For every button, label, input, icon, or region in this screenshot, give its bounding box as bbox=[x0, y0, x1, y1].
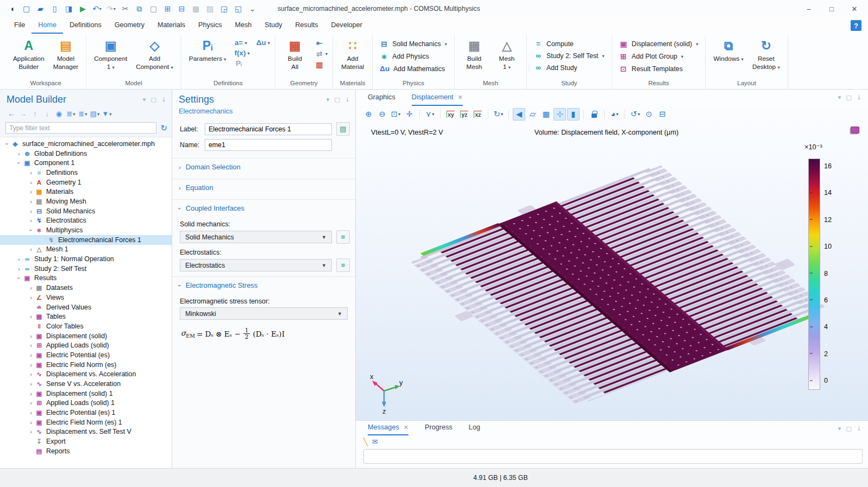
tree-item-export[interactable]: ↧Export bbox=[0, 437, 172, 446]
clear-messages-icon[interactable]: ╲ bbox=[363, 438, 368, 446]
chevron-right-icon[interactable]: › bbox=[27, 208, 35, 214]
chevron-right-icon[interactable]: › bbox=[27, 342, 35, 349]
minimize-button[interactable]: – bbox=[797, 1, 820, 17]
rename-button[interactable]: ▤ bbox=[336, 122, 350, 136]
tree-item-electric-potential-es[interactable]: ›▣Electric Potential (es) bbox=[0, 350, 172, 360]
import-geometry-button[interactable]: ⇤ bbox=[315, 39, 328, 47]
tree-item-displacement-vs-acceleration[interactable]: ›∿Displacement vs. Acceleration bbox=[0, 370, 172, 380]
update-geometry-button[interactable]: ⇄▾ bbox=[315, 49, 328, 58]
collapse-panel-icon[interactable]: ▾ bbox=[838, 425, 841, 432]
menu-study[interactable]: Study bbox=[258, 17, 288, 34]
deselect-box-icon[interactable]: ▨ bbox=[203, 2, 217, 15]
filter-icon[interactable]: ▼▾ bbox=[101, 108, 112, 119]
chevron-right-icon[interactable]: › bbox=[27, 428, 35, 435]
section-equation[interactable]: › Equation bbox=[172, 179, 355, 196]
add-study-button[interactable]: ∞Add Study bbox=[532, 63, 607, 72]
tree-item-definitions[interactable]: ›≡Definitions bbox=[0, 168, 172, 178]
chevron-right-icon[interactable]: › bbox=[27, 400, 35, 406]
label-field[interactable] bbox=[205, 123, 332, 135]
tree-filter-input[interactable] bbox=[5, 122, 156, 134]
detach-panel-icon[interactable]: ▢ bbox=[846, 94, 851, 101]
section-electromagnetic-stress[interactable]: › Electromagnetic Stress bbox=[172, 276, 355, 294]
chevron-right-icon[interactable]: › bbox=[27, 409, 35, 416]
help-button[interactable]: ? bbox=[851, 20, 861, 31]
menu-mesh[interactable]: Mesh bbox=[228, 17, 258, 34]
model-manager-button[interactable]: ▤ModelManager bbox=[49, 36, 83, 72]
menu-file[interactable]: File bbox=[8, 17, 32, 34]
tree-item-sense-v-vs-acceleration[interactable]: ›∿Sense V vs. Acceleration bbox=[0, 379, 172, 389]
view-yz-icon[interactable]: yz bbox=[458, 108, 470, 121]
tree-item-solid-mechanics[interactable]: ›⊟Solid Mechanics bbox=[0, 206, 172, 216]
section-domain-selection[interactable]: › Domain Selection bbox=[172, 158, 355, 175]
undo-icon[interactable]: ↶▾ bbox=[90, 2, 104, 15]
application-builder-button[interactable]: AApplicationBuilder bbox=[9, 36, 48, 72]
move-up-icon[interactable]: ↑ bbox=[29, 108, 41, 119]
chevron-right-icon[interactable]: › bbox=[27, 284, 35, 291]
rotate-view-icon[interactable]: ↻▾ bbox=[492, 108, 505, 121]
chevron-right-icon[interactable]: › bbox=[27, 313, 35, 320]
chevron-down-icon[interactable]: › bbox=[4, 140, 10, 148]
chevron-right-icon[interactable]: › bbox=[27, 390, 35, 397]
cut-icon[interactable]: ✂ bbox=[118, 2, 132, 15]
menu-home[interactable]: Home bbox=[32, 17, 63, 34]
tree-item-root[interactable]: ›◈surface_micromachined_accelerometer.mp… bbox=[0, 139, 172, 149]
expand-all-icon[interactable]: ≣▾ bbox=[65, 108, 77, 119]
tree-item-results[interactable]: ›▣Results bbox=[0, 274, 172, 283]
tree-item-study-2[interactable]: ›∞Study 2: Self Test bbox=[0, 264, 172, 274]
tree-item-study-1[interactable]: ›∞Study 1: Normal Operation bbox=[0, 254, 172, 264]
tree-item-global-definitions[interactable]: ›⊕Global Definitions bbox=[0, 149, 172, 159]
collapse-all-icon[interactable]: ≣▾ bbox=[77, 108, 89, 119]
show-hide-icon[interactable]: ◉ bbox=[53, 108, 65, 119]
collapse-panel-icon[interactable]: ▾ bbox=[143, 96, 146, 103]
move-down-icon[interactable]: ↓ bbox=[41, 108, 53, 119]
chevron-right-icon[interactable]: › bbox=[27, 362, 35, 368]
name-field[interactable] bbox=[205, 139, 332, 151]
add-electrostatics-interface-button[interactable]: ≡ bbox=[336, 258, 350, 272]
axis-orientation-icon[interactable]: ⊹ bbox=[553, 108, 566, 121]
build-mesh-button[interactable]: ▦BuildMesh bbox=[458, 36, 490, 72]
tree-item-displacement-solid[interactable]: ›▣Displacement (solid) bbox=[0, 331, 172, 341]
color-palette-icon[interactable]: ◕▾ bbox=[608, 108, 621, 121]
add-physics-interface-button[interactable]: ≡ bbox=[336, 230, 350, 244]
nonlocal-couplings-button[interactable]: Δu▾ bbox=[256, 39, 270, 47]
chevron-right-icon[interactable]: › bbox=[27, 198, 35, 205]
tree-item-displacement-solid-1[interactable]: ›▣Displacement (solid) 1 bbox=[0, 389, 172, 399]
plot-group-select[interactable]: ▣Displacement (solid)▾ bbox=[617, 39, 701, 49]
menu-materials[interactable]: Materials bbox=[151, 17, 192, 34]
duplicate-icon[interactable]: ⊞ bbox=[161, 2, 174, 15]
print-icon[interactable]: ⊟ bbox=[656, 108, 669, 121]
update-plot-icon[interactable]: ↺▾ bbox=[629, 108, 641, 121]
tree-item-applied-loads-solid[interactable]: ›⊞Applied Loads (solid) bbox=[0, 340, 172, 350]
zoom-out-icon[interactable]: ⊖ bbox=[376, 108, 388, 121]
comsol-logo[interactable]: ◖ bbox=[5, 2, 19, 15]
3d-plot-scene[interactable] bbox=[356, 122, 867, 420]
chevron-right-icon[interactable]: › bbox=[27, 352, 35, 358]
chevron-right-icon[interactable]: › bbox=[27, 294, 35, 301]
refresh-icon[interactable]: ↻ bbox=[160, 123, 167, 133]
select-box-icon[interactable]: ▩ bbox=[189, 2, 203, 15]
parameter-case-button[interactable]: Pᵢ bbox=[234, 59, 249, 67]
transparency-icon[interactable]: ▱ bbox=[526, 108, 539, 121]
physics-interface-select[interactable]: ⊟Solid Mechanics▾ bbox=[378, 39, 449, 49]
collapse-panel-icon[interactable]: ▾ bbox=[326, 96, 330, 103]
color-legend-icon[interactable]: ▮ bbox=[567, 108, 580, 121]
functions-button[interactable]: f(x)▾ bbox=[234, 49, 249, 57]
pin-panel-icon[interactable]: ⊸ bbox=[856, 426, 863, 431]
tree-item-electrostatics[interactable]: ›↯Electrostatics bbox=[0, 216, 172, 226]
close-tab-icon[interactable]: ✕ bbox=[458, 94, 463, 101]
chevron-right-icon[interactable]: › bbox=[27, 419, 35, 426]
detach-panel-icon[interactable]: ▢ bbox=[846, 425, 851, 432]
build-all-button[interactable]: ▦BuildAll bbox=[279, 36, 311, 72]
add-mathematics-button[interactable]: ΔuAdd Mathematics bbox=[378, 64, 449, 73]
stress-tensor-select[interactable]: Minkowski ▼ bbox=[180, 307, 348, 320]
component-1-button[interactable]: ▣Component1 ▾ bbox=[90, 36, 131, 72]
variables-button[interactable]: a=▾ bbox=[234, 39, 249, 47]
back-icon[interactable]: ← bbox=[5, 108, 17, 119]
zoom-box-icon[interactable]: ⊡▾ bbox=[389, 108, 402, 121]
zoom-extents-icon[interactable]: ✛ bbox=[403, 108, 416, 121]
mesh-1-button[interactable]: △Mesh1 ▾ bbox=[491, 36, 523, 72]
tree-item-geometry-1[interactable]: ›AGeometry 1 bbox=[0, 178, 172, 187]
qat-more-icon[interactable]: ⌄ bbox=[246, 2, 259, 15]
tab-displacement[interactable]: Displacement✕ bbox=[412, 90, 463, 106]
zoom-in-icon[interactable]: ⊕ bbox=[362, 108, 375, 121]
